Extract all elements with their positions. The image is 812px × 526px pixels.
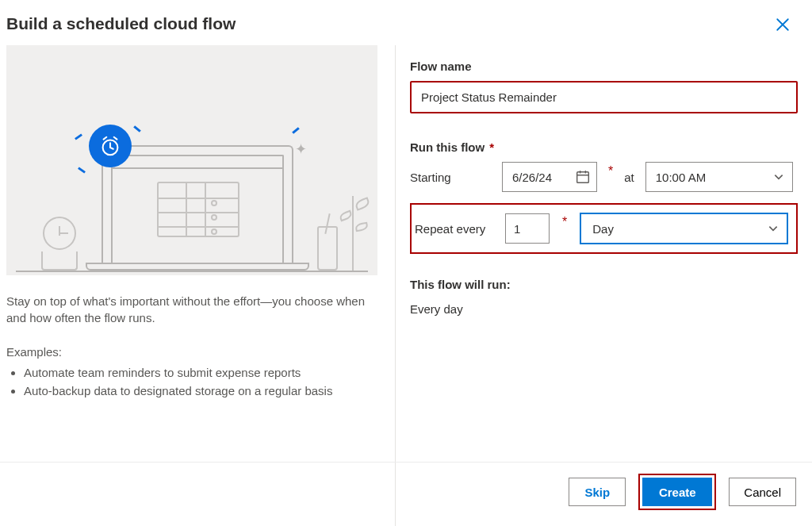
cancel-button[interactable]: Cancel [729, 478, 796, 506]
calendar-icon [576, 170, 590, 184]
examples-label: Examples: [6, 345, 374, 359]
flow-name-input[interactable] [412, 83, 796, 112]
required-asterisk: * [486, 140, 494, 154]
at-label: at [624, 171, 634, 184]
summary-value: Every day [410, 302, 798, 316]
examples-list: Automate team reminders to submit expens… [6, 363, 374, 401]
repeat-unit-select[interactable]: Day [580, 213, 788, 244]
description-text: Stay on top of what's important without … [6, 293, 374, 326]
repeat-interval-input[interactable]: 1 [505, 213, 550, 244]
required-asterisk: * [562, 216, 567, 228]
illustration: ✦ [6, 45, 377, 275]
start-date-value: 6/26/24 [512, 171, 552, 184]
vertical-divider [395, 45, 396, 526]
close-icon[interactable] [769, 14, 796, 37]
start-time-value: 10:00 AM [656, 171, 706, 184]
dialog-title: Build a scheduled cloud flow [6, 14, 236, 33]
flow-name-label: Flow name [410, 60, 798, 73]
dialog-body: ✦ Stay on top of what's important withou… [0, 45, 812, 526]
list-item: Auto-backup data to designated storage o… [24, 382, 374, 400]
starting-row: Starting 6/26/24 * at 10:00 AM [410, 162, 798, 192]
start-time-select[interactable]: 10:00 AM [645, 162, 793, 192]
cup-icon [317, 226, 338, 271]
list-item: Automate team reminders to submit expens… [24, 363, 374, 382]
create-button[interactable]: Create [642, 478, 712, 506]
scheduled-flow-dialog: Build a scheduled cloud flow [0, 0, 812, 526]
summary-label: This flow will run: [410, 278, 798, 291]
create-button-highlight: Create [638, 474, 716, 510]
right-column: Flow name Run this flow * Starting 6/26/… [410, 45, 806, 526]
skip-button[interactable]: Skip [569, 478, 626, 506]
alarm-clock-icon [89, 125, 132, 167]
chevron-down-icon [768, 223, 779, 234]
repeat-unit-value: Day [592, 222, 614, 236]
dialog-header: Build a scheduled cloud flow [0, 0, 812, 45]
dialog-footer: Skip Create Cancel [0, 462, 812, 521]
run-flow-label: Run this flow * [410, 140, 798, 154]
starting-label: Starting [410, 171, 491, 184]
desk-clock-icon [41, 217, 78, 271]
left-column: ✦ Stay on top of what's important withou… [6, 45, 390, 526]
repeat-row-highlight: Repeat every 1 * Day [410, 203, 798, 254]
required-asterisk: * [608, 165, 613, 178]
repeat-label: Repeat every [412, 222, 492, 236]
start-date-input[interactable]: 6/26/24 [502, 162, 597, 192]
chevron-down-icon [773, 171, 784, 182]
svg-rect-1 [577, 172, 589, 183]
flow-name-input-highlight [410, 81, 798, 113]
